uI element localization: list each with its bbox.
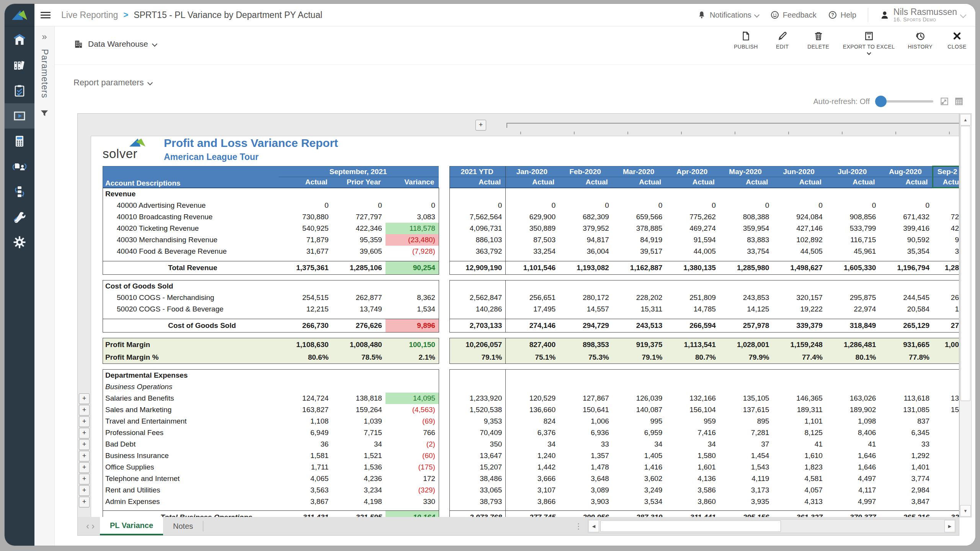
value-cell[interactable] <box>332 507 385 511</box>
ytd-cell[interactable] <box>449 315 506 319</box>
expand-parameters-button[interactable]: » <box>34 31 54 42</box>
month-cell[interactable]: 120,529 <box>506 393 559 404</box>
month-cell[interactable]: 1,028,001 <box>719 338 773 351</box>
cut-month-cell[interactable] <box>933 200 959 211</box>
sidebar-item-workflow[interactable] <box>5 179 34 204</box>
month-cell[interactable]: 3,602 <box>612 473 666 484</box>
month-cell[interactable] <box>666 257 719 261</box>
pane-gap[interactable] <box>439 223 449 234</box>
value-cell[interactable]: 3,867 <box>279 496 332 507</box>
month-cell[interactable]: 14,785 <box>666 303 719 315</box>
month-cell[interactable]: 1,380,135 <box>666 261 719 275</box>
pane-gap[interactable] <box>439 166 449 188</box>
scroll-up-button[interactable]: ▲ <box>960 114 971 126</box>
month-cell[interactable]: 827,400 <box>506 338 559 351</box>
pane-gap[interactable] <box>439 188 449 200</box>
ytd-cell[interactable]: 38,793 <box>449 496 506 507</box>
scroll-left-button[interactable]: ◀ <box>588 520 599 532</box>
ytd-cell[interactable]: 140,286 <box>449 303 506 315</box>
variance-cell[interactable]: 14,095 <box>385 393 439 404</box>
month-cell[interactable]: 33 <box>879 439 933 450</box>
value-cell[interactable]: 1,581 <box>279 450 332 461</box>
month-cell[interactable] <box>559 188 612 200</box>
month-cell[interactable]: 4,313 <box>773 496 826 507</box>
variance-cell[interactable] <box>385 381 439 393</box>
month-cell[interactable] <box>612 188 666 200</box>
month-cell[interactable] <box>559 507 612 511</box>
month-cell[interactable] <box>666 507 719 511</box>
account-cell[interactable]: 40030 Merchandising Revenue <box>103 234 279 246</box>
variance-cell[interactable] <box>385 257 439 261</box>
sidebar-item-settings[interactable] <box>5 230 34 255</box>
month-cell[interactable]: 41 <box>773 439 826 450</box>
cut-month-cell[interactable] <box>933 484 959 496</box>
month-cell[interactable]: 1,357 <box>559 450 612 461</box>
account-cell[interactable]: Business Operations <box>103 381 279 393</box>
month-cell[interactable]: 1,098 <box>826 416 880 427</box>
month-cell[interactable] <box>879 507 933 511</box>
month-cell[interactable] <box>719 315 773 319</box>
month-cell[interactable]: 0 <box>879 200 933 211</box>
month-cell[interactable]: 1,442 <box>506 461 559 473</box>
month-subheader[interactable]: Actual <box>773 177 826 188</box>
month-cell[interactable] <box>506 507 559 511</box>
horizontal-scroll-thumb[interactable] <box>600 520 781 532</box>
month-subheader[interactable]: Actual <box>666 177 719 188</box>
month-cell[interactable]: 3,847 <box>879 496 933 507</box>
month-cell[interactable]: 84,919 <box>612 234 666 246</box>
month-cell[interactable]: 36,004 <box>559 246 612 257</box>
ytd-cell[interactable]: 9,353 <box>449 416 506 427</box>
value-cell[interactable] <box>332 315 385 319</box>
month-cell[interactable]: 265,216 <box>879 511 933 517</box>
month-cell[interactable]: 898,353 <box>559 338 612 351</box>
month-cell[interactable]: 378,885 <box>612 223 666 234</box>
month-cell[interactable]: 3,860 <box>666 496 719 507</box>
ytd-cell[interactable]: 7,562,564 <box>449 211 506 223</box>
month-cell[interactable] <box>879 188 933 200</box>
sidebar-item-tools[interactable] <box>5 204 34 230</box>
ytd-cell[interactable]: 38,486 <box>449 473 506 484</box>
pane-gap[interactable] <box>439 315 449 319</box>
month-cell[interactable]: 8,406 <box>826 427 880 439</box>
ytd-cell[interactable]: 1,520,538 <box>449 404 506 416</box>
month-cell[interactable] <box>559 280 612 292</box>
month-cell[interactable] <box>826 381 880 393</box>
month-cell[interactable]: 311,441 <box>666 511 719 517</box>
cut-month-cell[interactable] <box>933 507 959 511</box>
month-cell[interactable]: 659,566 <box>612 211 666 223</box>
month-cell[interactable]: 295,156 <box>719 511 773 517</box>
month-cell[interactable] <box>826 257 880 261</box>
month-cell[interactable]: 895 <box>719 416 773 427</box>
variance-cell[interactable]: (7,928) <box>385 246 439 257</box>
pane-gap[interactable] <box>439 439 449 450</box>
tab-scroll-right-icon[interactable]: › <box>91 521 95 531</box>
month-cell[interactable] <box>559 381 612 393</box>
row-group-expand-button[interactable]: + <box>79 393 90 404</box>
value-cell[interactable] <box>332 381 385 393</box>
month-header-may-2020[interactable]: May-2020 <box>719 166 773 177</box>
variance-cell[interactable] <box>385 370 439 381</box>
account-descriptions-header[interactable]: Account Descriptions <box>103 166 279 188</box>
cut-month-cell[interactable]: 13 <box>933 393 959 404</box>
ytd-cell[interactable]: 2,703,133 <box>449 319 506 333</box>
month-cell[interactable]: 127,867 <box>559 393 612 404</box>
value-cell[interactable]: 1,008,480 <box>332 338 385 351</box>
month-cell[interactable] <box>719 257 773 261</box>
value-cell[interactable] <box>332 188 385 200</box>
month-cell[interactable]: 629,900 <box>506 211 559 223</box>
month-cell[interactable]: 1,416 <box>612 461 666 473</box>
account-cell[interactable]: Revenue <box>103 188 279 200</box>
month-cell[interactable]: 20,584 <box>879 303 933 315</box>
value-cell[interactable]: 34 <box>332 439 385 450</box>
pane-gap[interactable] <box>439 351 449 364</box>
month-cell[interactable]: 1,601 <box>666 461 719 473</box>
value-cell[interactable]: 1,375,361 <box>279 261 332 275</box>
month-cell[interactable]: 287,319 <box>612 511 666 517</box>
pane-gap[interactable] <box>439 416 449 427</box>
month-cell[interactable]: 4,117 <box>826 484 880 496</box>
cut-month-cell[interactable]: 27 <box>933 319 959 333</box>
month-cell[interactable]: 3,089 <box>559 484 612 496</box>
month-cell[interactable]: 3,866 <box>506 496 559 507</box>
month-cell[interactable] <box>773 280 826 292</box>
month-cell[interactable]: 1,196,794 <box>879 261 933 275</box>
